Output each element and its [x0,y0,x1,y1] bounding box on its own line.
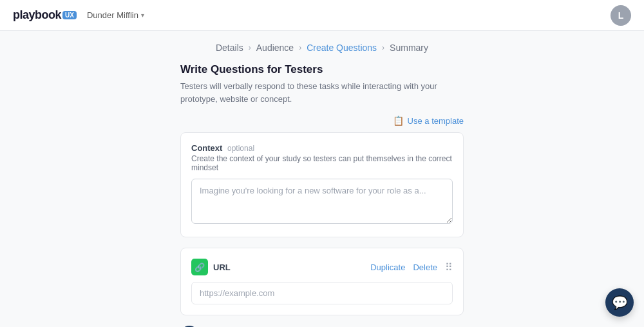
duplicate-link[interactable]: Duplicate [370,263,405,272]
url-card-actions: Duplicate Delete ⠿ [370,261,453,273]
context-optional-label: optional [227,144,254,153]
chat-bubble-button[interactable]: 💬 [605,288,634,317]
breadcrumb: Details › Audience › Create Questions › … [0,31,644,63]
use-template-link[interactable]: 📋 Use a template [393,115,464,126]
breadcrumb-summary[interactable]: Summary [390,43,428,53]
logo[interactable]: playbook UX [13,8,77,22]
context-card: Context optional Create the context of y… [180,132,464,237]
context-card-label: Context optional [191,143,453,153]
page-title: Write Questions for Testers [180,63,464,76]
context-textarea[interactable] [191,179,453,224]
breadcrumb-sep-3: › [382,43,384,52]
breadcrumb-sep-1: › [249,43,251,52]
breadcrumb-create-questions[interactable]: Create Questions [307,43,377,53]
delete-link[interactable]: Delete [413,263,437,272]
url-card-header: 🔗 URL Duplicate Delete ⠿ [191,259,453,275]
url-card-left: 🔗 URL [191,259,231,275]
url-input[interactable] [191,282,453,304]
url-label: URL [213,263,231,272]
breadcrumb-details[interactable]: Details [216,43,243,53]
org-name: Dunder Mifflin [87,10,138,20]
context-sublabel: Create the context of your study so test… [191,154,453,172]
avatar[interactable]: L [611,5,631,26]
page-description: Testers will verbally respond to these t… [180,80,464,105]
template-link-row: 📋 Use a template [180,115,464,126]
navbar: playbook UX Dunder Mifflin ▾ L [0,0,644,31]
drag-handle-icon[interactable]: ⠿ [445,261,453,273]
url-card: 🔗 URL Duplicate Delete ⠿ [180,248,464,315]
template-link-label: Use a template [408,116,464,126]
url-icon-badge: 🔗 [191,259,208,275]
content-area: Write Questions for Testers Testers will… [167,63,477,327]
logo-text: playbook [13,8,61,22]
template-icon: 📋 [393,115,404,126]
org-selector[interactable]: Dunder Mifflin ▾ [87,10,144,20]
logo-badge: UX [62,11,77,19]
chevron-down-icon: ▾ [141,12,144,19]
main-content: Details › Audience › Create Questions › … [0,31,644,327]
link-icon: 🔗 [194,263,205,272]
breadcrumb-audience[interactable]: Audience [256,43,294,53]
chat-icon: 💬 [612,295,628,310]
breadcrumb-sep-2: › [299,43,301,52]
